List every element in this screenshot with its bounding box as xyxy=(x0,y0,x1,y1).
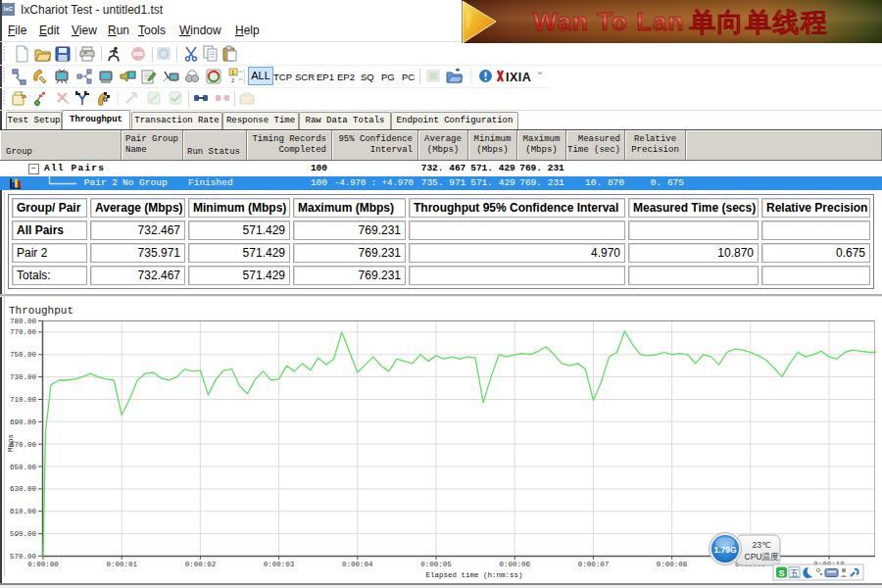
svg-text:Mbps: Mbps xyxy=(7,434,15,452)
svg-text:0:00:06: 0:00:06 xyxy=(499,561,530,568)
svg-text:610.00: 610.00 xyxy=(10,508,37,515)
svg-text:Elapsed time (h:nm:ss): Elapsed time (h:nm:ss) xyxy=(425,571,522,579)
svg-text:五: 五 xyxy=(790,568,799,578)
svg-text:690.00: 690.00 xyxy=(10,418,37,426)
svg-text:0:00:03: 0:00:03 xyxy=(264,561,295,568)
svg-text:0:00:00: 0:00:00 xyxy=(27,561,59,568)
svg-text:650.00: 650.00 xyxy=(10,464,37,471)
svg-text:CPU温度: CPU温度 xyxy=(745,552,779,562)
svg-text:0:00:05: 0:00:05 xyxy=(420,561,452,568)
svg-text:0:00:01: 0:00:01 xyxy=(106,561,137,568)
svg-text:0:00:08: 0:00:08 xyxy=(657,561,688,568)
svg-text:0:00:07: 0:00:07 xyxy=(578,561,610,568)
svg-text:590.00: 590.00 xyxy=(10,530,37,538)
svg-text:750.00: 750.00 xyxy=(10,351,37,359)
svg-text:Throughput: Throughput xyxy=(9,305,74,317)
svg-text:0:00:04: 0:00:04 xyxy=(342,561,373,568)
svg-text:780.00: 780.00 xyxy=(10,318,37,325)
svg-text:S: S xyxy=(778,568,784,578)
svg-text:770.00: 770.00 xyxy=(10,328,37,336)
svg-text:730.00: 730.00 xyxy=(10,373,37,381)
svg-text:710.00: 710.00 xyxy=(10,396,37,404)
svg-text:0:00:02: 0:00:02 xyxy=(185,561,217,568)
svg-text:1.79G: 1.79G xyxy=(713,545,737,555)
svg-text:23℃: 23℃ xyxy=(752,540,770,550)
svg-text:630.00: 630.00 xyxy=(10,485,37,493)
